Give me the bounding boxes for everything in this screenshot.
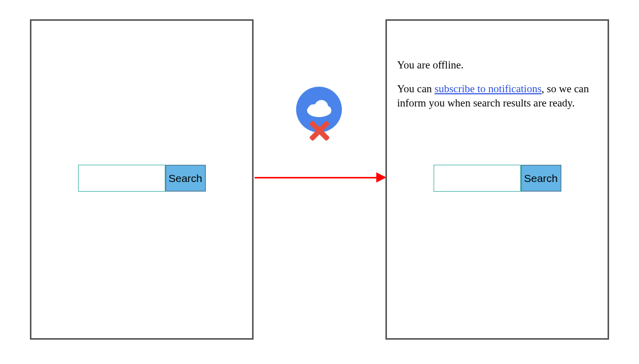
subscribe-link[interactable]: subscribe to notifications — [435, 83, 542, 95]
panel-before: Search — [30, 19, 254, 340]
search-bar: Search — [434, 165, 561, 192]
search-button[interactable]: Search — [165, 165, 206, 192]
search-button[interactable]: Search — [521, 165, 561, 192]
offline-message: You are offline. You can subscribe to no… — [397, 58, 597, 120]
panel-after: You are offline. You can subscribe to no… — [385, 19, 609, 340]
offline-message-line1: You are offline. — [397, 58, 597, 72]
search-input[interactable] — [78, 165, 165, 192]
search-input[interactable] — [434, 165, 521, 192]
svg-point-4 — [322, 105, 332, 115]
offline-x-icon — [308, 120, 330, 142]
offline-message-line2: You can subscribe to notifications, so w… — [397, 82, 597, 110]
diagram-stage: Search You are offline. You can subscrib… — [0, 0, 639, 364]
search-bar: Search — [78, 165, 206, 192]
